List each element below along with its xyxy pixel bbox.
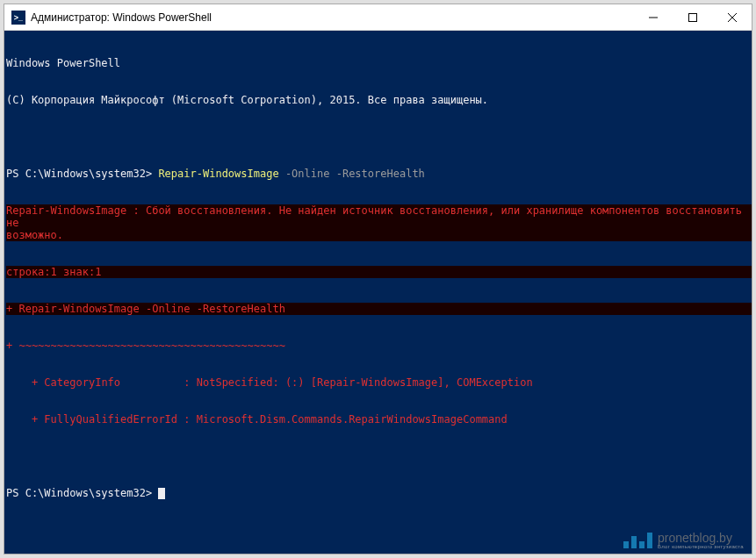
command-line-1: PS C:\Windows\system32> Repair-WindowsIm…	[6, 168, 752, 180]
powershell-window: >_ Администратор: Windows PowerShell Win…	[4, 4, 752, 554]
cursor	[158, 488, 165, 499]
watermark-main: pronetblog.by	[658, 532, 744, 544]
close-button[interactable]	[712, 4, 752, 30]
command-line-2: PS C:\Windows\system32>	[6, 487, 752, 499]
prompt-text: PS C:\Windows\system32>	[6, 487, 158, 499]
powershell-icon: >_	[11, 11, 25, 25]
watermark: pronetblog.by Блог компьютерного энтузиа…	[623, 532, 744, 549]
ps-copyright-line: (C) Корпорация Майкрософт (Microsoft Cor…	[6, 94, 752, 106]
watermark-bars-icon	[623, 533, 652, 548]
watermark-sub: Блог компьютерного энтузиаста	[658, 544, 744, 549]
blank-line	[6, 450, 752, 462]
error-category-info: + CategoryInfo : NotSpecified: (:) [Repa…	[6, 376, 752, 389]
minimize-button[interactable]	[633, 4, 673, 30]
maximize-button[interactable]	[673, 4, 712, 30]
prompt-text: PS C:\Windows\system32>	[6, 168, 158, 180]
titlebar[interactable]: >_ Администратор: Windows PowerShell	[4, 4, 752, 31]
error-location: строка:1 знак:1	[6, 266, 752, 278]
error-command-echo: + Repair-WindowsImage -Online -RestoreHe…	[6, 303, 752, 315]
error-message: Repair-WindowsImage : Сбой восстановлени…	[6, 204, 752, 241]
cmdlet-params: -Online -RestoreHealth	[279, 168, 425, 180]
error-underline: + ~~~~~~~~~~~~~~~~~~~~~~~~~~~~~~~~~~~~~~…	[6, 340, 752, 352]
window-title: Администратор: Windows PowerShell	[31, 11, 212, 24]
ps-header-line: Windows PowerShell	[6, 57, 752, 69]
terminal-area[interactable]: Windows PowerShell (C) Корпорация Майкро…	[4, 31, 752, 554]
watermark-text: pronetblog.by Блог компьютерного энтузиа…	[658, 532, 744, 549]
blank-line	[6, 131, 752, 143]
error-fqid: + FullyQualifiedErrorId : Microsoft.Dism…	[6, 413, 752, 426]
cmdlet-name: Repair-WindowsImage	[158, 168, 278, 180]
svg-rect-1	[688, 13, 696, 21]
